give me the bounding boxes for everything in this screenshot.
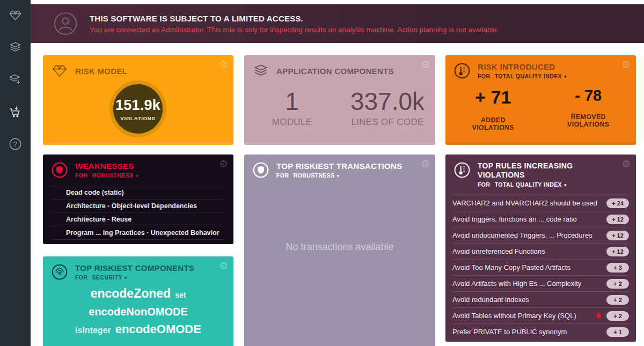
component-word[interactable]: encodeOMODE — [115, 322, 201, 336]
added-violations-stat[interactable]: + 71 ADDED VIOLATIONS — [445, 87, 541, 131]
added-count-badge: + 12 — [606, 215, 629, 224]
removed-violations-value: - 78 — [575, 87, 602, 105]
added-count-badge: + 12 — [606, 247, 629, 256]
card-title: WEAKNESSES — [75, 161, 138, 171]
violations-gauge[interactable]: 151.9k VIOLATIONS — [109, 80, 166, 137]
gem-icon — [8, 8, 23, 25]
rule-row[interactable]: Avoid Tables without Primary Key (SQL) +… — [452, 307, 629, 323]
caret-down-icon: ▾ — [564, 182, 567, 188]
sidebar-item-download-results[interactable] — [0, 64, 31, 97]
added-count-badge: + 3 — [606, 263, 629, 273]
limited-access-banner: THIS SOFTWARE IS SUBJECT TO A LIMITED AC… — [31, 4, 644, 43]
module-count: 1 — [244, 88, 340, 115]
banner-warning-text: You are connected as Administrator. This… — [90, 26, 499, 34]
component-word[interactable]: encodeNonOMODE — [89, 306, 187, 318]
empty-state-message: No transactions available — [244, 241, 435, 253]
layers-download-icon — [8, 72, 23, 89]
gem-icon — [51, 62, 68, 79]
list-item[interactable]: Dead code (static) — [52, 186, 225, 199]
layers-icon — [252, 62, 269, 79]
card-title: RISK INTRODUCED — [478, 62, 567, 71]
metric-selector[interactable]: SECURITY▾ — [92, 274, 127, 281]
loc-count: 337.0k — [340, 88, 435, 115]
added-count-badge: + 24 — [606, 198, 629, 208]
list-item[interactable]: Program ... ing Practices - Unexpected B… — [52, 226, 225, 239]
caret-down-icon: ▾ — [564, 74, 567, 79]
critical-dot-icon — [596, 313, 601, 318]
card-title: TOP RULES INCREASING VIOLATIONS — [478, 161, 614, 180]
sidebar-item-action-plan[interactable] — [0, 97, 31, 129]
removed-violations-stat[interactable]: - 78 REMOVED VIOLATIONS — [541, 87, 636, 131]
rule-row[interactable]: Avoid Too Many Copy Pasted Artifacts + 3 — [452, 259, 629, 275]
list-item[interactable]: Architecture - Reuse — [52, 212, 225, 226]
risk-model-card: RISK MODEL ⚙ 151.9k VIOLATIONS — [43, 55, 233, 145]
rule-row[interactable]: Avoid triggers, functions an ... code ra… — [452, 211, 629, 227]
sidebar: ? — [0, 0, 31, 346]
weaknesses-card: WEAKNESSES FOR ROBUSTNESS▾ ⚙ Dead code (… — [43, 154, 233, 244]
rules-list: VARCHAR2 and NVARCHAR2 should be used + … — [452, 195, 629, 340]
rule-row[interactable]: Avoid unreferenced Functions + 12 — [452, 243, 629, 259]
gear-icon[interactable]: ⚙ — [621, 60, 631, 70]
added-count-badge: + 2 — [606, 279, 629, 289]
added-count-badge: + 1 — [606, 327, 629, 337]
fingerprint-icon — [51, 263, 68, 281]
module-stat[interactable]: 1 MODULE — [244, 88, 340, 128]
sidebar-item-risk-model[interactable] — [0, 0, 31, 32]
card-title: TOP RISKIEST TRANSACTIONS — [276, 161, 402, 171]
gear-icon[interactable]: ⚙ — [421, 159, 430, 169]
banner-title: THIS SOFTWARE IS SUBJECT TO A LIMITED AC… — [90, 14, 499, 23]
thermometer-icon — [453, 161, 471, 179]
shield-circle-icon — [252, 161, 269, 179]
rules-increasing-violations-card: TOP RULES INCREASING VIOLATIONS FOR TOTA… — [445, 154, 636, 342]
rule-row[interactable]: Avoid redundant indexes + 2 — [452, 291, 629, 307]
svg-text:?: ? — [13, 141, 17, 148]
added-violations-label: ADDED VIOLATIONS — [461, 116, 525, 131]
rule-row[interactable]: VARCHAR2 and NVARCHAR2 should be used + … — [452, 195, 629, 211]
for-label: FOR — [75, 172, 87, 179]
violations-label: VIOLATIONS — [120, 115, 155, 121]
added-violations-value: + 71 — [475, 87, 511, 108]
added-count-badge: + 2 — [606, 295, 629, 305]
sidebar-item-components[interactable] — [0, 32, 31, 64]
loc-label: LINES OF CODE — [340, 117, 435, 128]
gear-icon[interactable]: ⚙ — [621, 159, 631, 169]
component-word[interactable]: isInteger — [75, 326, 111, 335]
caret-down-icon: ▾ — [337, 173, 340, 179]
gear-icon[interactable]: ⚙ — [219, 60, 228, 70]
application-components-card: APPLICATION COMPONENTS ⚙ 1 MODULE 337.0k… — [244, 55, 435, 145]
for-label: FOR — [75, 274, 87, 281]
shield-circle-icon — [51, 161, 68, 179]
list-item[interactable]: Architecture - Object-level Dependencies — [52, 199, 225, 212]
sidebar-item-help[interactable]: ? — [0, 129, 31, 161]
card-title: RISK MODEL — [75, 67, 127, 76]
removed-violations-label: REMOVED VIOLATIONS — [556, 113, 620, 128]
card-title: APPLICATION COMPONENTS — [276, 67, 394, 76]
metric-selector[interactable]: TOTAL QUALITY INDEX▾ — [495, 73, 567, 79]
added-count-badge: + 12 — [606, 231, 629, 240]
cart-bolt-icon — [8, 105, 23, 121]
caret-down-icon: ▾ — [136, 173, 138, 179]
metric-selector[interactable]: ROBUSTNESS▾ — [92, 172, 138, 179]
loc-stat[interactable]: 337.0k LINES OF CODE — [340, 88, 435, 128]
weaknesses-list: Dead code (static) Architecture - Object… — [52, 186, 225, 240]
riskiest-transactions-card: TOP RISKIEST TRANSACTIONS FOR ROBUSTNESS… — [244, 154, 435, 346]
rule-row[interactable]: Prefer PRIVATE to PUBLIC synonym + 1 — [452, 323, 629, 340]
violations-count: 151.9k — [115, 97, 160, 114]
card-title: TOP RISKIEST COMPONENTS — [75, 263, 194, 273]
help-circle-icon: ? — [8, 137, 23, 153]
component-word[interactable]: encodeZoned — [91, 286, 171, 300]
gear-icon[interactable]: ⚙ — [219, 159, 228, 169]
riskiest-components-card: TOP RISKIEST COMPONENTS FOR SECURITY▾ ⚙ … — [43, 256, 233, 346]
gear-icon[interactable]: ⚙ — [219, 261, 228, 271]
for-label: FOR — [478, 73, 490, 79]
gear-icon[interactable]: ⚙ — [421, 60, 430, 70]
component-word[interactable]: set — [175, 291, 186, 299]
rule-row[interactable]: Avoid undocumented Triggers, ... Procedu… — [452, 227, 629, 243]
metric-selector[interactable]: ROBUSTNESS▾ — [294, 172, 340, 179]
thermometer-icon — [453, 62, 471, 79]
rule-row[interactable]: Avoid Artifacts with High Es ... Complex… — [452, 275, 629, 291]
layers-icon — [8, 40, 23, 57]
metric-selector[interactable]: TOTAL QUALITY INDEX▾ — [495, 181, 567, 188]
risk-introduced-card: RISK INTRODUCED FOR TOTAL QUALITY INDEX▾… — [445, 55, 636, 145]
user-circle-icon — [53, 11, 78, 36]
